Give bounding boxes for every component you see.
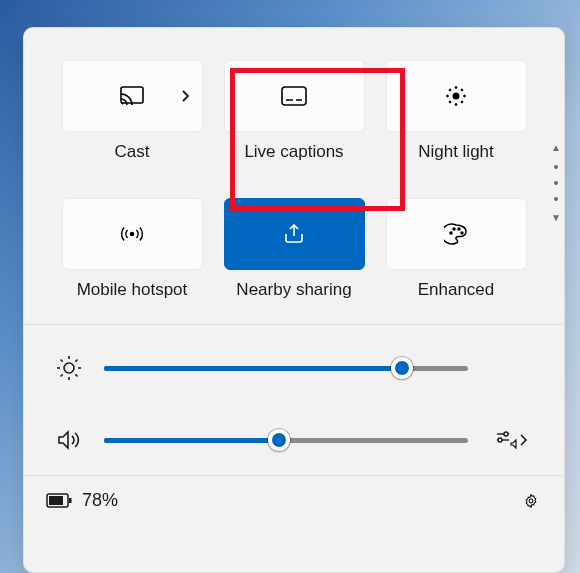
palette-icon	[444, 223, 468, 245]
nearby-sharing-button[interactable]	[224, 198, 365, 270]
battery-percent: 78%	[82, 490, 118, 511]
nearby-sharing-label: Nearby sharing	[236, 280, 351, 300]
brightness-slider[interactable]	[104, 366, 468, 371]
svg-point-31	[498, 438, 502, 442]
night-light-label: Night light	[418, 142, 494, 162]
svg-rect-2	[282, 87, 306, 105]
tiles-section: ▲ ▼ Cast	[24, 28, 564, 324]
mobile-hotspot-label: Mobile hotspot	[77, 280, 188, 300]
svg-point-5	[453, 93, 460, 100]
sliders-section	[24, 324, 564, 475]
volume-icon	[54, 429, 84, 451]
svg-point-1	[122, 103, 124, 105]
scroll-up-icon: ▲	[551, 143, 561, 153]
svg-line-26	[61, 374, 63, 376]
cast-label: Cast	[115, 142, 150, 162]
tile-live-captions: Live captions	[224, 60, 365, 162]
volume-row	[54, 429, 534, 451]
tile-cast: Cast	[62, 60, 203, 162]
scroll-dot	[554, 197, 558, 201]
cast-button[interactable]	[62, 60, 203, 132]
svg-line-25	[75, 374, 77, 376]
svg-point-6	[455, 87, 457, 89]
brightness-row	[54, 355, 534, 381]
svg-rect-33	[49, 496, 63, 505]
enhanced-button[interactable]	[386, 198, 527, 270]
svg-point-15	[450, 232, 452, 234]
brightness-slider-thumb[interactable]	[391, 357, 413, 379]
chevron-right-icon	[180, 89, 190, 103]
volume-slider[interactable]	[104, 438, 468, 443]
svg-point-14	[131, 233, 134, 236]
battery-icon	[46, 493, 72, 508]
svg-point-17	[458, 228, 460, 230]
audio-output-icon	[494, 429, 528, 451]
volume-slider-thumb[interactable]	[268, 429, 290, 451]
battery-status[interactable]: 78%	[46, 490, 118, 511]
captions-icon	[281, 86, 307, 106]
svg-point-29	[504, 432, 508, 436]
svg-line-24	[61, 360, 63, 362]
status-bar: 78%	[24, 475, 564, 511]
svg-point-16	[453, 228, 455, 230]
svg-point-11	[461, 89, 463, 91]
svg-line-27	[75, 360, 77, 362]
scroll-indicator[interactable]: ▲ ▼	[551, 143, 561, 223]
night-light-icon	[445, 85, 467, 107]
cast-icon	[120, 86, 144, 106]
mobile-hotspot-button[interactable]	[62, 198, 203, 270]
svg-point-18	[461, 232, 463, 234]
svg-point-8	[447, 95, 449, 97]
enhanced-label: Enhanced	[418, 280, 495, 300]
live-captions-label: Live captions	[244, 142, 343, 162]
hotspot-icon	[120, 224, 144, 244]
quick-settings-panel: ▲ ▼ Cast	[23, 27, 565, 573]
scroll-dot	[554, 181, 558, 185]
gear-icon	[520, 494, 542, 508]
svg-point-7	[455, 104, 457, 106]
scroll-dot	[554, 165, 558, 169]
tile-nearby-sharing: Nearby sharing	[224, 198, 365, 300]
brightness-icon	[54, 355, 84, 381]
tile-enhanced: Enhanced	[386, 198, 527, 300]
tile-grid: Cast Live captions	[54, 60, 534, 300]
live-captions-button[interactable]	[224, 60, 365, 132]
tile-mobile-hotspot: Mobile hotspot	[62, 198, 203, 300]
tile-night-light: Night light	[386, 60, 527, 162]
night-light-button[interactable]	[386, 60, 527, 132]
svg-rect-34	[69, 498, 72, 503]
audio-output-button[interactable]	[488, 429, 534, 451]
share-icon	[282, 223, 306, 245]
scroll-down-icon: ▼	[551, 213, 561, 223]
svg-point-10	[449, 89, 451, 91]
settings-button[interactable]	[520, 494, 542, 508]
volume-slider-fill	[104, 438, 279, 443]
svg-point-13	[461, 101, 463, 103]
svg-point-12	[449, 101, 451, 103]
svg-point-35	[529, 499, 533, 503]
svg-point-9	[464, 95, 466, 97]
svg-point-19	[64, 363, 74, 373]
brightness-slider-fill	[104, 366, 402, 371]
